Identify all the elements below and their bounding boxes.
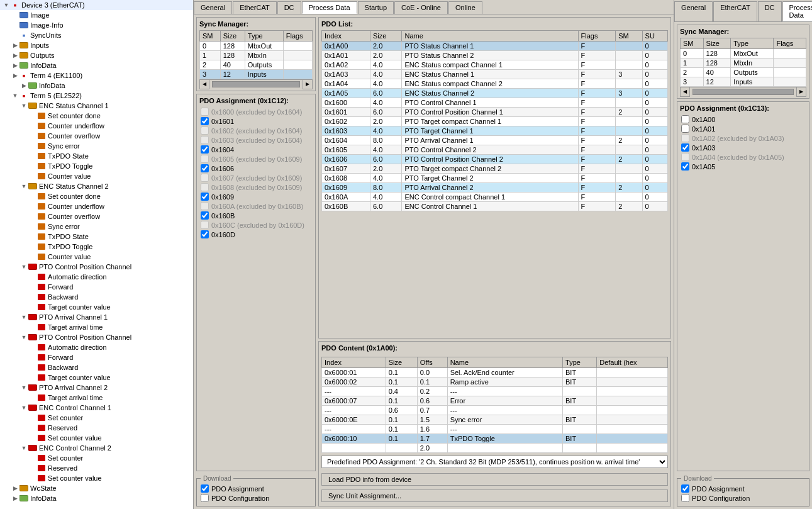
tree-item[interactable]: ▶InfoData xyxy=(0,81,193,91)
right-pdo-config-checkbox[interactable] xyxy=(681,494,689,502)
tree-item[interactable]: ▼ENC Control Channel 2 xyxy=(0,443,193,453)
pdo-list-scroll[interactable]: Index Size Name Flags SM SU 0x1A002.0PTO… xyxy=(321,30,668,335)
tree-item[interactable]: Counter underflow xyxy=(0,201,193,211)
pdo-assign-checkbox[interactable] xyxy=(201,230,209,238)
tree-toggle-icon[interactable]: ▶ xyxy=(11,42,19,48)
pdo-assignment-checkbox[interactable] xyxy=(201,484,209,493)
pdo-list-row[interactable]: 0x16004.0PTO Control Channel 1F0 xyxy=(322,98,668,108)
pdo-list-row[interactable]: 0x16054.0PTO Control Channel 2F0 xyxy=(322,145,668,155)
tab-process-data[interactable]: Process Data xyxy=(302,1,357,14)
right-pdo-checkbox[interactable] xyxy=(681,115,689,123)
tree-toggle-icon[interactable]: ▶ xyxy=(11,52,19,59)
tree-item[interactable]: ▼▪Term 5 (EL2522) xyxy=(0,91,193,101)
tree-toggle-icon[interactable]: ▼ xyxy=(3,2,10,8)
predefined-dropdown[interactable]: Predefined PDO Assignment: '2 Ch. Standa… xyxy=(321,456,668,468)
pdo-list-row[interactable]: 0x16016.0PTO Control Position Channel 1F… xyxy=(322,108,668,117)
tree-item[interactable]: Set counter value xyxy=(0,473,193,483)
pdo-assign-item[interactable]: 0x160C (excluded by 0x160D) xyxy=(199,220,313,230)
right-sm-row[interactable]: 240Outputs xyxy=(681,68,806,77)
sm-row[interactable]: 312Inputs xyxy=(200,70,313,79)
pdo-assign-item[interactable]: 0x1609 xyxy=(199,192,313,201)
tree-toggle-icon[interactable]: ▶ xyxy=(11,62,19,69)
right-pdo-checkbox[interactable] xyxy=(681,162,689,171)
right-tab-dc[interactable]: DC xyxy=(758,1,782,21)
tree-item[interactable]: TxPDO Toggle xyxy=(0,242,193,252)
tree-item[interactable]: ▼ENC Status Channel 1 xyxy=(0,101,193,111)
pdo-assign-checkbox[interactable] xyxy=(201,145,209,154)
tree-toggle-icon[interactable]: ▶ xyxy=(11,495,19,501)
pdo-list-row[interactable]: 0x1A056.0ENC Status Channel 2F30 xyxy=(322,89,668,98)
pdo-assign-item[interactable]: 0x1600 (excluded by 0x1604) xyxy=(199,107,313,116)
right-pdo-item[interactable]: 0x1A05 xyxy=(680,162,806,171)
pdo-assign-item[interactable]: 0x1604 xyxy=(199,145,313,154)
right-sm-hscroll[interactable]: ◀ ▶ xyxy=(680,87,806,96)
pdo-list-row[interactable]: 0x16034.0PTO Target Channel 1F0 xyxy=(322,126,668,136)
pdo-config-checkbox[interactable] xyxy=(201,494,209,502)
tab-general[interactable]: General xyxy=(194,1,232,14)
tree-item[interactable]: Sync error xyxy=(0,221,193,232)
right-sm-row[interactable]: 312Inputs xyxy=(681,77,806,87)
tree-item[interactable]: Target counter value xyxy=(0,302,193,312)
tree-item[interactable]: TxPDO State xyxy=(0,151,193,161)
tree-item[interactable]: ▶▪Term 4 (EK1100) xyxy=(0,70,193,81)
tree-toggle-icon[interactable]: ▼ xyxy=(20,264,28,270)
tree-item[interactable]: Counter value xyxy=(0,171,193,181)
pdo-assign-checkbox[interactable] xyxy=(201,164,209,172)
tab-coe---online[interactable]: CoE - Online xyxy=(394,1,448,14)
tab-dc[interactable]: DC xyxy=(277,1,301,14)
pdo-assign-item[interactable]: 0x1605 (excluded by 0x1609) xyxy=(199,154,313,164)
pdo-content-row[interactable]: ---0.40.2--- xyxy=(322,387,668,396)
pdo-list-row[interactable]: 0x16098.0PTO Arrival Channel 2F20 xyxy=(322,183,668,193)
tree-item[interactable]: ▼PTO Control Position Channel xyxy=(0,332,193,342)
pdo-content-scroll[interactable]: Index Size Offs Name Type Default (hex 0… xyxy=(321,357,668,453)
sm-scroll-right[interactable]: ▶ xyxy=(303,79,313,89)
tree-item[interactable]: Target arrival time xyxy=(0,322,193,332)
pdo-list-row[interactable]: 0x1A002.0PTO Status Channel 1F0 xyxy=(322,42,668,51)
pdo-list-row[interactable]: 0x16066.0PTO Control Position Channel 2F… xyxy=(322,155,668,164)
right-pdo-item[interactable]: 0x1A02 (excluded by 0x1A03) xyxy=(680,133,806,143)
right-sm-scroll-thumb[interactable] xyxy=(692,89,794,95)
tree-toggle-icon[interactable]: ▼ xyxy=(11,92,19,99)
tree-toggle-icon[interactable]: ▼ xyxy=(20,405,28,411)
right-sm-scroll-right[interactable]: ▶ xyxy=(796,87,806,97)
right-tab-general[interactable]: General xyxy=(674,1,713,21)
sm-row[interactable]: 1128MbxIn xyxy=(200,51,313,60)
pdo-list-row[interactable]: 0x16048.0PTO Arrival Channel 1F20 xyxy=(322,136,668,145)
tree-item[interactable]: Counter overflow xyxy=(0,131,193,141)
pdo-assign-item[interactable]: 0x1601 xyxy=(199,116,313,126)
pdo-assign-item[interactable]: 0x160A (excluded by 0x160B) xyxy=(199,201,313,211)
tree-toggle-icon[interactable]: ▼ xyxy=(20,183,28,189)
pdo-assign-item[interactable]: 0x1606 xyxy=(199,164,313,173)
pdo-list-row[interactable]: 0x16022.0PTO Target compact Channel 1F0 xyxy=(322,117,668,126)
tree-item[interactable]: Automatic direction xyxy=(0,342,193,352)
right-pdo-checkbox[interactable] xyxy=(681,125,689,133)
tree-item[interactable]: ▼PTO Control Position Channel xyxy=(0,262,193,272)
right-pdo-item[interactable]: 0x1A03 xyxy=(680,143,806,152)
tab-startup[interactable]: Startup xyxy=(358,1,394,14)
tree-item[interactable]: ▶InfoData xyxy=(0,60,193,70)
tree-item[interactable]: ▼▪Device 3 (EtherCAT) xyxy=(0,0,193,10)
tree-item[interactable]: Reserved xyxy=(0,463,193,473)
tree-item[interactable]: ▼PTO Arrival Channel 1 xyxy=(0,312,193,322)
tree-item[interactable]: Set counter xyxy=(0,413,193,423)
pdo-assign-item[interactable]: 0x1602 (excluded by 0x1604) xyxy=(199,126,313,135)
tree-item[interactable]: Target arrival time xyxy=(0,393,193,403)
tree-item[interactable]: TxPDO State xyxy=(0,232,193,242)
pdo-content-row[interactable]: 2.0 xyxy=(322,444,668,453)
pdo-assign-item[interactable]: 0x1607 (excluded by 0x1609) xyxy=(199,173,313,182)
tree-item[interactable]: TxPDO Toggle xyxy=(0,161,193,171)
pdo-assign-item[interactable]: 0x1603 (excluded by 0x1604) xyxy=(199,135,313,145)
pdo-list-row[interactable]: 0x160A4.0ENC Control compact Channel 1F0 xyxy=(322,193,668,202)
pdo-content-row[interactable]: ---0.60.7--- xyxy=(322,406,668,415)
pdo-list-row[interactable]: 0x1A024.0ENC Status compact Channel 1F0 xyxy=(322,60,668,70)
tree-item[interactable]: Image xyxy=(0,10,193,20)
tree-item[interactable]: ▼ENC Control Channel 1 xyxy=(0,403,193,413)
tree-item[interactable]: Set counter done xyxy=(0,111,193,121)
sm-scroll-left[interactable]: ◀ xyxy=(199,79,209,89)
right-pdo-assignment-checkbox[interactable] xyxy=(681,484,689,493)
pdo-list-row[interactable]: 0x1A044.0ENC Status compact Channel 2F0 xyxy=(322,79,668,89)
pdo-list-row[interactable]: 0x160B6.0ENC Control Channel 1F20 xyxy=(322,202,668,211)
tree-item[interactable]: Sync error xyxy=(0,141,193,151)
pdo-content-row[interactable]: ---0.11.6--- xyxy=(322,425,668,434)
tree-item[interactable]: Forward xyxy=(0,282,193,292)
